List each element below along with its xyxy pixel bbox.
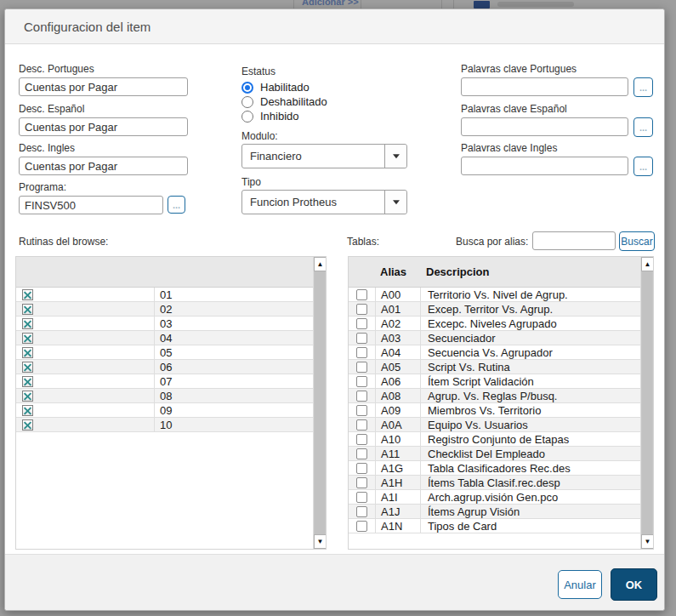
radio-deshabilitado[interactable]: Deshabilitado xyxy=(241,95,327,108)
tabla-row[interactable]: A0AEquipo Vs. Usuarios xyxy=(349,418,640,432)
tabla-row[interactable]: A1IArch.agrup.visión Gen.pco xyxy=(349,490,640,505)
palavras-espanol-input[interactable] xyxy=(461,117,628,136)
row-checkbox[interactable] xyxy=(356,376,367,387)
buscar-button[interactable]: Buscar xyxy=(619,231,655,251)
tabla-checkbox-cell xyxy=(349,505,375,518)
tabla-row[interactable]: A08Agrup. Vs. Reglas P/busq. xyxy=(349,389,640,403)
checked-checkbox-icon[interactable] xyxy=(22,318,33,329)
scrollbar-thumb[interactable] xyxy=(315,271,325,534)
tabla-descripcion: Excep. Territor Vs. Agrup. xyxy=(421,303,553,316)
tabla-row[interactable]: A09Miembros Vs. Territorio xyxy=(349,403,640,418)
chevron-down-icon[interactable] xyxy=(384,145,406,168)
tabla-checkbox-cell xyxy=(349,447,375,460)
palavras-ingles-input[interactable] xyxy=(461,157,628,175)
modulo-select[interactable]: Financiero xyxy=(241,144,407,168)
palavras-portugues-input[interactable] xyxy=(461,77,628,96)
checked-checkbox-icon[interactable] xyxy=(22,333,33,344)
palavras-portugues-browse-button[interactable]: ... xyxy=(633,77,653,97)
row-checkbox[interactable] xyxy=(356,289,367,300)
tabla-descripcion: Ítem Script Validación xyxy=(421,375,534,388)
tabla-alias: A11 xyxy=(376,448,420,460)
row-checkbox[interactable] xyxy=(356,521,367,532)
busca-por-alias-input[interactable] xyxy=(532,231,616,250)
radio-inhibido[interactable]: Inhibido xyxy=(241,110,299,123)
row-checkbox[interactable] xyxy=(356,477,367,488)
radio-habilitado[interactable]: Habilitado xyxy=(241,81,310,94)
desc-portugues-input[interactable] xyxy=(19,77,188,96)
row-checkbox[interactable] xyxy=(356,492,367,503)
radio-unselected-icon[interactable] xyxy=(241,111,253,123)
scroll-up-icon[interactable]: ▲ xyxy=(314,257,327,271)
background-divider xyxy=(453,0,454,9)
rutina-row[interactable]: 03 xyxy=(16,317,313,331)
palavras-ingles-browse-button[interactable]: ... xyxy=(633,157,653,176)
radio-selected-icon[interactable] xyxy=(241,82,253,94)
rutina-row[interactable]: 09 xyxy=(16,403,313,418)
row-checkbox[interactable] xyxy=(356,405,367,416)
row-checkbox[interactable] xyxy=(356,304,367,315)
row-checkbox[interactable] xyxy=(356,362,367,373)
tabla-row[interactable]: A03Secuenciador xyxy=(349,331,640,345)
tabla-descripcion: Agrup. Vs. Reglas P/busq. xyxy=(421,390,557,402)
tablas-scrollbar[interactable]: ▲ ▼ xyxy=(640,257,653,549)
tabla-checkbox-cell xyxy=(349,403,375,417)
scroll-down-icon[interactable]: ▼ xyxy=(641,534,654,549)
palavras-espanol-browse-button[interactable]: ... xyxy=(633,117,653,137)
tabla-checkbox-cell xyxy=(349,519,375,533)
tabla-row[interactable]: A11Checklist Del Empleado xyxy=(349,447,640,461)
tabla-row[interactable]: A02Excepc. Niveles Agrupado xyxy=(349,317,640,331)
tabla-checkbox-cell xyxy=(349,476,375,489)
row-checkbox[interactable] xyxy=(356,434,367,445)
desc-ingles-input[interactable] xyxy=(19,157,188,175)
tabla-alias: A1H xyxy=(376,476,420,489)
radio-unselected-icon[interactable] xyxy=(241,96,253,108)
rutinas-scrollbar[interactable]: ▲ ▼ xyxy=(313,257,326,549)
checked-checkbox-icon[interactable] xyxy=(22,405,33,416)
programa-input[interactable] xyxy=(19,196,163,214)
tabla-row[interactable]: A06Ítem Script Validación xyxy=(349,374,640,389)
scroll-down-icon[interactable]: ▼ xyxy=(314,534,327,549)
checked-checkbox-icon[interactable] xyxy=(22,347,33,358)
rutina-row[interactable]: 04 xyxy=(16,331,313,345)
row-checkbox[interactable] xyxy=(356,448,367,459)
row-checkbox[interactable] xyxy=(356,463,367,474)
row-checkbox[interactable] xyxy=(356,506,367,517)
rutina-row[interactable]: 07 xyxy=(16,374,313,389)
row-checkbox[interactable] xyxy=(356,347,367,358)
rutina-row[interactable]: 05 xyxy=(16,345,313,360)
scrollbar-thumb[interactable] xyxy=(642,271,652,534)
dialog-footer: Anular OK xyxy=(5,554,664,610)
tabla-row[interactable]: A04Secuencia Vs. Agrupador xyxy=(349,345,640,360)
row-checkbox[interactable] xyxy=(356,419,367,431)
tabla-row[interactable]: A1JÍtems Agrup Visión xyxy=(349,505,640,519)
rutina-row[interactable]: 02 xyxy=(16,302,313,317)
tabla-row[interactable]: A10Registro Conjunto de Etapas xyxy=(349,432,640,447)
ok-button[interactable]: OK xyxy=(611,568,657,601)
row-checkbox[interactable] xyxy=(356,318,367,329)
anular-button[interactable]: Anular xyxy=(558,570,602,599)
checked-checkbox-icon[interactable] xyxy=(22,289,33,300)
rutina-row[interactable]: 06 xyxy=(16,360,313,374)
chevron-down-icon[interactable] xyxy=(384,191,406,214)
tabla-row[interactable]: A1HÍtems Tabla Clasif.rec.desp xyxy=(349,476,640,490)
tipo-select[interactable]: Funcion Protheus xyxy=(241,190,407,214)
rutina-row[interactable]: 01 xyxy=(16,288,313,302)
checked-checkbox-icon[interactable] xyxy=(22,391,33,402)
tabla-row[interactable]: A01Excep. Territor Vs. Agrup. xyxy=(349,302,640,317)
checked-checkbox-icon[interactable] xyxy=(22,376,33,387)
programa-browse-button[interactable]: ... xyxy=(168,196,185,214)
tabla-checkbox-cell xyxy=(349,461,375,475)
tabla-row[interactable]: A00Territorio Vs. Nivel de Agrup. xyxy=(349,288,640,302)
desc-espanol-input[interactable] xyxy=(19,117,188,136)
rutina-row[interactable]: 08 xyxy=(16,389,313,403)
row-checkbox[interactable] xyxy=(356,333,367,344)
checked-checkbox-icon[interactable] xyxy=(22,362,33,373)
tabla-row[interactable]: A1NTipos de Card xyxy=(349,519,640,533)
checked-checkbox-icon[interactable] xyxy=(22,419,33,431)
tabla-row[interactable]: A05Script Vs. Rutina xyxy=(349,360,640,374)
rutina-row[interactable]: 10 xyxy=(16,418,313,432)
checked-checkbox-icon[interactable] xyxy=(22,304,33,315)
scroll-up-icon[interactable]: ▲ xyxy=(641,257,654,271)
row-checkbox[interactable] xyxy=(356,391,367,402)
tabla-row[interactable]: A1GTabla Clasificadores Rec.des xyxy=(349,461,640,476)
